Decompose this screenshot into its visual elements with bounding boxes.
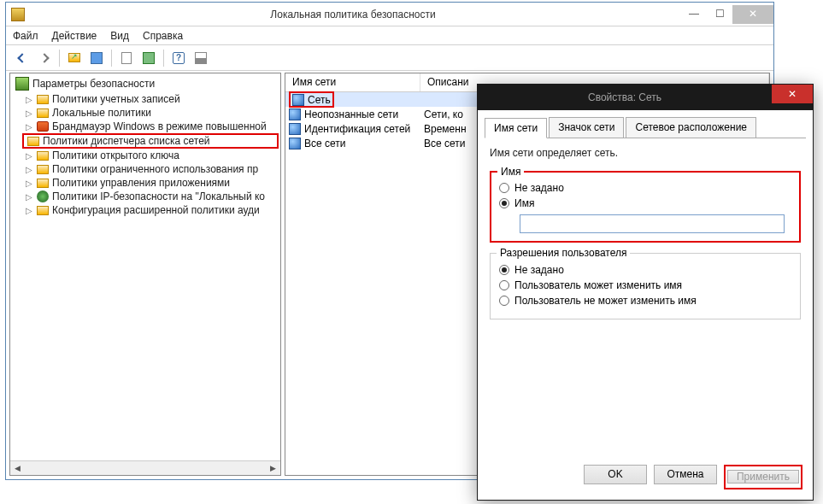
tree-item-local-policies[interactable]: ▷ Локальные политики: [12, 106, 279, 120]
properties-dialog: Свойства: Сеть ✕ Имя сети Значок сети Се…: [477, 84, 814, 501]
tab-content: Имя сети определяет сеть. Имя Не задано …: [485, 138, 806, 338]
properties-button[interactable]: [117, 49, 136, 67]
dialog-description: Имя сети определяет сеть.: [490, 147, 801, 159]
ok-button[interactable]: OK: [584, 465, 647, 484]
app-icon: [11, 8, 25, 21]
menu-view[interactable]: Вид: [110, 30, 129, 42]
radio-icon: [499, 265, 509, 275]
close-button[interactable]: ✕: [732, 5, 773, 24]
dialog-buttons: OK Отмена Применить: [584, 465, 802, 489]
apply-button[interactable]: Применить: [727, 470, 799, 483]
page-icon: [121, 52, 132, 64]
radio-label: Не задано: [514, 182, 564, 194]
tree-item-label: Политики открытого ключа: [52, 149, 179, 161]
apply-button-highlight: Применить: [724, 465, 802, 489]
expand-icon[interactable]: ▷: [24, 206, 33, 215]
arrow-left-icon: [17, 53, 26, 62]
back-button[interactable]: [13, 49, 32, 67]
shield-icon: [15, 77, 29, 91]
tree-item-label: Конфигурация расширенной политики ауди: [52, 204, 260, 216]
menu-action[interactable]: Действие: [52, 30, 97, 42]
tree-root[interactable]: Параметры безопасности: [12, 75, 279, 92]
ipsec-icon: [37, 190, 49, 202]
tree-item-label: Политики учетных записей: [52, 93, 180, 105]
tree-item-app-control[interactable]: ▷ Политики управления приложениями: [12, 176, 279, 190]
tree-item-ip-security[interactable]: ▷ Политики IP-безопасности на "Локальный…: [12, 190, 279, 203]
permissions-group: Разрешения пользователя Не задано Пользо…: [490, 253, 801, 319]
tree-item-network-list-manager[interactable]: Политики диспетчера списка сетей: [22, 133, 279, 149]
network-icon: [289, 123, 301, 135]
menu-file[interactable]: Файл: [13, 30, 38, 42]
tab-network-name[interactable]: Имя сети: [485, 118, 547, 138]
folder-icon: [37, 151, 49, 161]
dialog-tabs: Имя сети Значок сети Сетевое расположени…: [485, 117, 806, 138]
radio-perm-can-change[interactable]: Пользователь может изменить имя: [499, 279, 791, 291]
tree-item-public-key[interactable]: ▷ Политики открытого ключа: [12, 149, 279, 162]
panel-button[interactable]: [87, 49, 106, 67]
tab-network-location[interactable]: Сетевое расположение: [626, 117, 756, 138]
firewall-icon: [37, 121, 49, 132]
folder-icon: [27, 137, 39, 146]
folder-icon: [37, 108, 49, 118]
help-icon: ?: [173, 52, 185, 64]
tree-item-software-restriction[interactable]: ▷ Политики ограниченного использования п…: [12, 162, 279, 176]
radio-label: Не задано: [514, 264, 564, 276]
toolbar: ?: [6, 45, 773, 71]
dialog-title: Свойства: Сеть: [478, 91, 772, 103]
scroll-right-icon[interactable]: ▶: [266, 461, 280, 476]
export-button[interactable]: [139, 49, 158, 67]
scroll-left-icon[interactable]: ◀: [10, 461, 25, 476]
tree-item-label: Брандмауэр Windows в режиме повышенной: [52, 120, 267, 132]
tree-item-firewall[interactable]: ▷ Брандмауэр Windows в режиме повышенной: [12, 120, 279, 133]
grid-button[interactable]: [191, 49, 210, 67]
panel-icon: [91, 52, 103, 64]
expand-icon[interactable]: ▷: [24, 179, 33, 188]
expand-icon[interactable]: ▷: [24, 122, 33, 132]
radio-label: Пользователь может изменить имя: [514, 279, 682, 291]
grid-icon: [195, 52, 207, 64]
dialog-close-button[interactable]: ✕: [772, 85, 813, 103]
expand-icon[interactable]: ▷: [24, 95, 33, 104]
forward-button[interactable]: [35, 49, 54, 67]
expand-icon[interactable]: ▷: [24, 192, 33, 202]
list-cell-name: Сеть: [308, 94, 331, 106]
radio-not-set[interactable]: Не задано: [499, 182, 791, 194]
column-header-name[interactable]: Имя сети: [285, 73, 420, 91]
tree-panel[interactable]: Параметры безопасности ▷ Политики учетны…: [9, 73, 281, 476]
tree-root-label: Параметры безопасности: [32, 78, 155, 90]
expand-icon[interactable]: ▷: [24, 151, 33, 161]
network-icon: [292, 94, 304, 106]
expand-icon[interactable]: ▷: [24, 108, 33, 118]
dialog-body: Имя сети Значок сети Сетевое расположени…: [478, 110, 813, 345]
minimize-button[interactable]: —: [681, 5, 707, 24]
name-legend: Имя: [497, 166, 524, 178]
maximize-button[interactable]: ☐: [707, 5, 732, 24]
tab-network-icon[interactable]: Значок сети: [549, 117, 624, 138]
toolbar-divider: [163, 50, 164, 67]
network-name-input[interactable]: [520, 214, 785, 233]
radio-perm-not-set[interactable]: Не задано: [499, 264, 791, 276]
window-controls: — ☐ ✕: [681, 5, 773, 24]
radio-icon: [499, 183, 509, 193]
tree-item-label: Политики IP-безопасности на "Локальный к…: [52, 190, 265, 202]
list-cell-name: Все сети: [304, 138, 346, 149]
network-icon: [289, 138, 301, 149]
expand-icon[interactable]: ▷: [24, 165, 33, 174]
titlebar: Локальная политика безопасности — ☐ ✕: [6, 3, 773, 26]
tree-item-account-policies[interactable]: ▷ Политики учетных записей: [12, 92, 279, 106]
menu-help[interactable]: Справка: [143, 30, 183, 42]
up-button[interactable]: [65, 49, 84, 67]
network-icon: [289, 108, 301, 120]
tree-item-label: Локальные политики: [52, 107, 151, 119]
toolbar-divider: [59, 50, 60, 67]
radio-perm-cannot-change[interactable]: Пользователь не может изменить имя: [499, 295, 791, 307]
tree-item-advanced-audit[interactable]: ▷ Конфигурация расширенной политики ауди: [12, 203, 279, 217]
radio-icon: [499, 296, 509, 306]
tree-scrollbar[interactable]: ◀ ▶: [10, 460, 280, 475]
toolbar-divider: [111, 50, 112, 67]
list-cell-name: Неопознанные сети: [304, 108, 398, 120]
help-button[interactable]: ?: [169, 49, 188, 67]
radio-icon: [499, 198, 509, 208]
cancel-button[interactable]: Отмена: [654, 465, 717, 484]
radio-name[interactable]: Имя: [499, 197, 791, 209]
